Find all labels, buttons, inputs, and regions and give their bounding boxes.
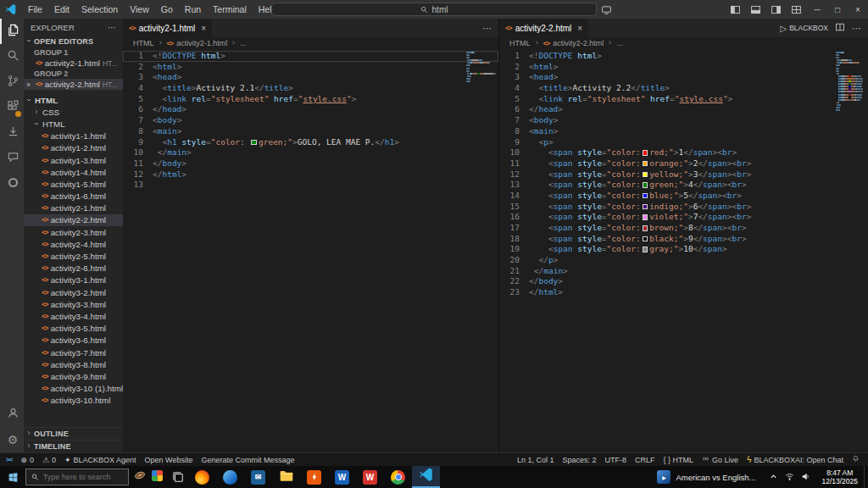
status-generate-commit-message[interactable]: Generate Commit Message (201, 456, 294, 464)
network-icon[interactable] (785, 469, 794, 485)
tree-file-activity1-2.html[interactable]: <>activity1-2.html (24, 142, 123, 154)
tree-file-activity1-1.html[interactable]: <>activity1-1.html (24, 130, 123, 142)
code-line[interactable]: 7<body> (123, 115, 498, 126)
taskbar-app-chrome[interactable] (384, 466, 412, 488)
code-line[interactable]: 4 <title>Activity 2.2</title> (499, 83, 868, 94)
open-editors-header[interactable]: OPEN EDITORS (24, 36, 123, 47)
activitybar-remote-download[interactable] (0, 120, 24, 146)
tree-file-activity3-10 (1).html[interactable]: <>activity3-10 (1).html (24, 383, 123, 395)
status-eol[interactable]: CRLF (635, 456, 655, 464)
close-icon[interactable]: × (26, 80, 33, 89)
code-line[interactable]: 18 <span style="color:black;">9</span><b… (499, 234, 868, 245)
code-line[interactable]: 9 <h1 style="color: green;">GOLO, LEA MA… (123, 137, 498, 148)
split-editor-button[interactable] (835, 22, 845, 34)
minimap[interactable] (466, 52, 497, 86)
color-swatch-green[interactable] (643, 182, 648, 188)
code-line[interactable]: 12 <span style="color:yellow;">3</span><… (499, 169, 868, 180)
code-line[interactable]: 9 <p> (499, 137, 868, 148)
code-line[interactable]: 11 <span style="color:orange;">2</span><… (499, 158, 868, 169)
section-outline[interactable]: OUTLINE (24, 427, 123, 440)
code-editor[interactable]: 1<!DOCTYPE html>2<html>3<head>4 <title>A… (499, 49, 868, 452)
tab-activity2-2.html[interactable]: <>activity2-2.html× (499, 19, 588, 37)
tree-file-activity3-5.html[interactable]: <>activity3-5.html (24, 323, 123, 335)
taskbar-app-edge[interactable] (216, 466, 244, 488)
color-swatch-orange[interactable] (643, 161, 648, 167)
taskbar-search-input[interactable] (43, 473, 123, 481)
taskbar-app-lightning-app[interactable] (300, 466, 328, 488)
color-swatch-red[interactable] (643, 150, 648, 156)
code-line[interactable]: 8<main> (123, 126, 498, 137)
code-line[interactable]: 21 </main> (499, 266, 868, 277)
status-language-mode[interactable]: { } HTML (664, 456, 694, 464)
tree-file-activity2-3.html[interactable]: <>activity2-3.html (24, 226, 123, 238)
activitybar-settings[interactable]: ⚙ (0, 427, 24, 452)
color-swatch-yellow[interactable] (643, 172, 648, 178)
code-line[interactable]: 5 <link rel="stylesheet" href="style.css… (123, 94, 498, 105)
sports-news-icon[interactable] (134, 469, 146, 485)
status-blackbox-agent[interactable]: ✦BLACKBOX Agent (64, 456, 136, 464)
code-line[interactable]: 6</head> (123, 104, 498, 115)
tree-file-activity2-5.html[interactable]: <>activity2-5.html (24, 250, 123, 262)
breadcrumb[interactable]: HTML<>activity2-2.html... (499, 37, 868, 49)
color-swatch-gray[interactable] (643, 247, 648, 252)
status-indentation[interactable]: Spaces: 2 (563, 456, 597, 464)
status-blackboxai-chat[interactable]: ϟBLACKBOXAI: Open Chat (747, 455, 843, 464)
code-line[interactable]: 7<body> (499, 115, 868, 126)
code-line[interactable]: 3<head> (123, 72, 498, 83)
more-actions-button[interactable]: ⋯ (852, 23, 861, 34)
menu-selection[interactable]: Selection (75, 4, 124, 14)
close-icon[interactable]: × (201, 24, 206, 33)
tree-file-activity3-2.html[interactable]: <>activity3-2.html (24, 286, 123, 298)
code-line[interactable]: 1<!DOCTYPE html> (123, 51, 498, 62)
taskbar-app-wps-writer[interactable]: W (356, 466, 384, 488)
code-line[interactable]: 10 <span style="color:red;">1</span><br> (499, 147, 868, 158)
blackbox-run-button[interactable]: ▷BLACKBOX (780, 24, 828, 33)
code-line[interactable]: 3<head> (499, 72, 868, 83)
close-button[interactable]: × (848, 0, 868, 19)
tree-file-activity2-6.html[interactable]: <>activity2-6.html (24, 263, 123, 274)
tree-file-activity1-6.html[interactable]: <>activity1-6.html (24, 191, 123, 202)
code-line[interactable]: 4 <title>Activity 2.1</title> (123, 83, 498, 94)
code-line[interactable]: 2<html> (499, 62, 868, 73)
tree-file-activity3-3.html[interactable]: <>activity3-3.html (24, 298, 123, 310)
tree-file-activity2-2.html[interactable]: <>activity2-2.html (24, 214, 123, 226)
taskbar-app-word[interactable]: W (328, 466, 356, 488)
code-line[interactable]: 5 <link rel="stylesheet" href="style.css… (499, 94, 868, 105)
screencast-icon[interactable] (601, 3, 612, 19)
status-remote-indicator[interactable]: >< (6, 456, 12, 463)
code-line[interactable]: 1<!DOCTYPE html> (499, 51, 868, 62)
tree-file-activity3-10.html[interactable]: <>activity3-10.html (24, 395, 123, 407)
tree-file-activity3-8.html[interactable]: <>activity3-8.html (24, 358, 123, 370)
code-line[interactable]: 6</head> (499, 104, 868, 115)
tree-folder-HTML[interactable]: HTML (24, 94, 123, 106)
taskbar-app-firefox[interactable] (188, 466, 216, 488)
activitybar-search[interactable] (0, 44, 24, 69)
menu-terminal[interactable]: Terminal (207, 4, 253, 14)
status-cursor-position[interactable]: Ln 1, Col 1 (517, 456, 554, 464)
show-desktop-button[interactable] (864, 466, 868, 488)
code-line[interactable]: 8<main> (499, 126, 868, 137)
menu-go[interactable]: Go (155, 4, 179, 14)
menu-edit[interactable]: Edit (48, 4, 75, 14)
menu-view[interactable]: View (124, 4, 155, 14)
minimize-button[interactable]: ─ (807, 0, 827, 19)
color-swatch-indigo[interactable] (643, 204, 648, 210)
code-line[interactable]: 11</body> (123, 158, 498, 169)
code-line[interactable]: 15 <span style="color:indigo;">6</span><… (499, 202, 868, 213)
code-line[interactable]: 12</html> (123, 169, 498, 180)
status-problems-warnings[interactable]: ⚠0 (42, 456, 56, 464)
taskbar-search[interactable] (25, 469, 129, 485)
tree-file-activity3-9.html[interactable]: <>activity3-9.html (24, 370, 123, 382)
tree-file-activity2-1.html[interactable]: <>activity2-1.html (24, 202, 123, 214)
close-icon[interactable]: × (577, 24, 582, 33)
code-line[interactable]: 20 </p> (499, 255, 868, 266)
open-editor-activity2-1.html[interactable]: ×<>activity2-1.htmlHT... (24, 58, 123, 69)
activitybar-source-control[interactable] (0, 69, 24, 95)
panel-right-icon[interactable] (771, 3, 782, 19)
taskbar-app-mail[interactable]: ✉ (244, 466, 272, 488)
tree-file-activity1-3.html[interactable]: <>activity1-3.html (24, 154, 123, 166)
layout-grid-icon[interactable] (791, 3, 802, 19)
taskbar-app-file-explorer[interactable] (272, 466, 300, 488)
activitybar-chat[interactable] (0, 146, 24, 171)
code-line[interactable]: 10 </main> (123, 147, 498, 158)
